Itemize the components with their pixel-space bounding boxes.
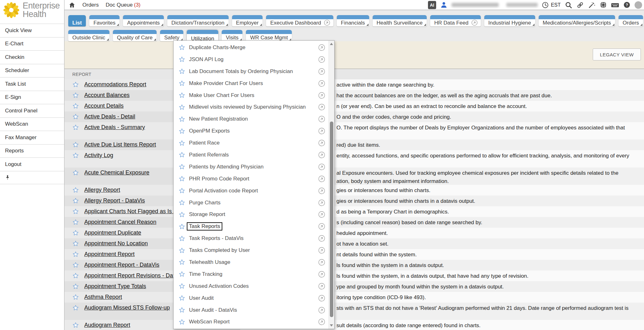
doc-queue-link[interactable]: Doc Queue(3) <box>106 2 141 8</box>
report-link[interactable]: Account Details <box>84 103 124 109</box>
favorite-star-icon[interactable] <box>72 197 79 204</box>
open-in-new-icon[interactable] <box>318 163 325 170</box>
favorite-star-icon[interactable] <box>179 187 185 194</box>
dropdown-item[interactable]: Purge Charts <box>174 197 329 209</box>
favorite-star-icon[interactable] <box>72 81 79 88</box>
tab[interactable]: Favorites <box>89 15 119 26</box>
link-icon[interactable] <box>576 1 584 9</box>
favorite-star-icon[interactable] <box>179 80 185 87</box>
dropdown-item[interactable]: Patients by Attending Physician <box>174 161 329 173</box>
dropdown-item[interactable]: Midlevel visits reviewed by Supervising … <box>174 101 329 113</box>
dropdown-item[interactable]: New Patient Registration <box>174 113 329 125</box>
dropdown-item[interactable]: Make Provider Chart For Users <box>174 77 329 89</box>
dropdown-item[interactable]: Time Tracking <box>174 268 329 280</box>
favorite-star-icon[interactable] <box>179 247 185 254</box>
open-in-new-icon[interactable] <box>318 295 325 302</box>
report-link[interactable]: Appointment Report - DataVis <box>84 262 159 268</box>
dropdown-item-label[interactable]: Purge Charts <box>189 200 220 206</box>
tab[interactable]: Industrial Hygiene <box>484 15 535 26</box>
dropdown-item-label[interactable]: Storage Report <box>189 211 225 218</box>
dropdown-item-label[interactable]: Patient Race <box>189 140 219 146</box>
dropdown-item-label[interactable]: Unused Activation Codes <box>189 283 249 289</box>
dropdown-item-label[interactable]: Task Reports <box>187 222 222 230</box>
favorite-star-icon[interactable] <box>179 259 185 265</box>
favorite-star-icon[interactable] <box>179 175 185 182</box>
tab[interactable]: Medications/Allergies/Scripts <box>539 15 615 26</box>
report-link[interactable]: Audiogram Missed STS Follow-up <box>84 304 170 311</box>
open-in-new-icon[interactable] <box>318 56 325 63</box>
favorite-star-icon[interactable] <box>72 141 79 148</box>
dropdown-item-label[interactable]: Patient Referrals <box>189 152 229 158</box>
favorite-star-icon[interactable] <box>72 240 79 247</box>
dropdown-item-label[interactable]: Lab Document Totals by Ordering Physicia… <box>189 68 293 75</box>
open-in-new-icon[interactable] <box>318 211 325 218</box>
favorite-star-icon[interactable] <box>179 283 185 289</box>
open-in-new-icon[interactable] <box>318 223 325 230</box>
favorite-star-icon[interactable] <box>179 163 185 170</box>
help-icon[interactable]: ? <box>623 1 630 9</box>
wand-icon[interactable] <box>588 1 596 9</box>
favorite-star-icon[interactable] <box>179 44 185 51</box>
dropdown-item[interactable]: User Audit - DataVis <box>174 304 329 316</box>
tab[interactable]: Executive Dashboard <box>266 15 333 26</box>
favorite-star-icon[interactable] <box>72 272 79 279</box>
tab[interactable]: Financials <box>337 15 369 26</box>
favorite-star-icon[interactable] <box>72 152 79 159</box>
favorite-star-icon[interactable] <box>72 283 79 290</box>
tab[interactable]: Orders <box>619 15 643 26</box>
dropdown-item-label[interactable]: Portal Activation code Report <box>189 188 258 194</box>
sidebar-item[interactable]: Control Panel <box>0 104 64 118</box>
sidebar-item[interactable]: E-Chart <box>0 37 64 51</box>
favorite-star-icon[interactable] <box>72 169 79 176</box>
report-link[interactable]: Allergy Report <box>84 187 120 193</box>
favorite-star-icon[interactable] <box>72 124 79 131</box>
globe-icon[interactable] <box>600 1 607 9</box>
keyboard-icon[interactable] <box>611 1 619 9</box>
favorite-star-icon[interactable] <box>179 223 185 230</box>
open-in-new-icon[interactable] <box>318 175 325 182</box>
dropdown-item-label[interactable]: Task Reports - DataVis <box>189 235 244 242</box>
open-in-new-icon[interactable] <box>318 151 325 158</box>
favorite-star-icon[interactable] <box>179 128 185 134</box>
favorite-star-icon[interactable] <box>179 271 185 277</box>
avatar-placeholder[interactable] <box>635 1 642 9</box>
report-link[interactable]: Active Deals - Detail <box>84 113 135 120</box>
dropdown-item[interactable]: Duplicate Charts-Merge <box>174 42 329 54</box>
tab[interactable]: Visits <box>222 30 242 41</box>
report-link[interactable]: Appointment Duplicate <box>84 230 141 236</box>
dropdown-item-label[interactable]: User Audit - DataVis <box>189 307 237 313</box>
tab[interactable]: List <box>68 15 86 26</box>
favorite-star-icon[interactable] <box>179 56 185 63</box>
user-name-redacted[interactable] <box>452 3 538 7</box>
tab[interactable]: Safety <box>160 30 183 41</box>
tab[interactable]: Employer <box>232 15 263 26</box>
open-in-new-icon[interactable] <box>318 104 325 111</box>
open-in-new-icon[interactable] <box>318 247 325 254</box>
dropdown-item-label[interactable]: OpenPM Exports <box>189 128 230 134</box>
dropdown-item[interactable]: Unused Activation Codes <box>174 280 329 292</box>
favorite-star-icon[interactable] <box>179 211 185 218</box>
ai-badge[interactable]: AI <box>428 1 436 9</box>
report-link[interactable]: Appointment Report Revisions - Dat <box>84 272 175 279</box>
favorite-star-icon[interactable] <box>179 307 185 313</box>
dropdown-item-label[interactable]: Midlevel visits reviewed by Supervising … <box>189 104 306 110</box>
favorite-star-icon[interactable] <box>72 262 79 268</box>
tab[interactable]: WR Case Mgmt <box>246 30 292 41</box>
dropdown-item-label[interactable]: New Patient Registration <box>189 116 248 122</box>
tab[interactable]: Outside Clinic <box>68 30 109 41</box>
open-in-new-icon[interactable] <box>318 307 325 314</box>
dropdown-item-label[interactable]: Telehealth Usage <box>189 259 230 265</box>
favorite-star-icon[interactable] <box>179 295 185 301</box>
dropdown-item[interactable]: Storage Report <box>174 208 329 220</box>
dropdown-item-label[interactable]: Time Tracking <box>189 271 222 277</box>
report-link[interactable]: Appointment Type Totals <box>84 283 146 290</box>
report-link[interactable]: Allergy Report - DataVis <box>84 197 145 204</box>
favorite-star-icon[interactable] <box>72 322 79 328</box>
report-link[interactable]: Audiogram Report <box>84 322 130 328</box>
dropdown-item-label[interactable]: PHR Promo Code Report <box>189 176 249 182</box>
open-in-new-icon[interactable] <box>318 235 325 242</box>
sidebar-item[interactable]: Logout <box>0 158 64 171</box>
report-link[interactable]: Accommodations Report <box>84 81 146 88</box>
report-link[interactable]: Active Due List Items Report <box>84 141 156 148</box>
open-in-new-icon[interactable] <box>318 80 325 87</box>
